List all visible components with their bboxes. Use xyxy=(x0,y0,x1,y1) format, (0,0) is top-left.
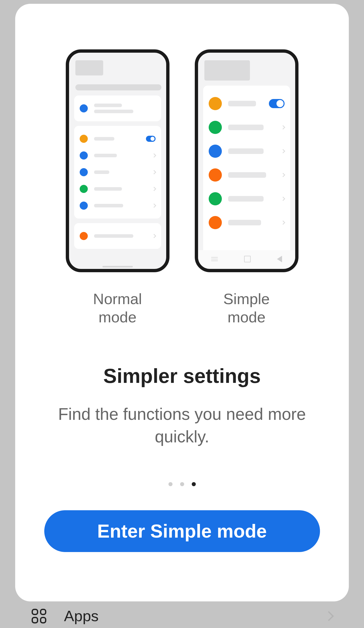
dot-icon xyxy=(80,151,88,160)
page-dot-3[interactable] xyxy=(192,482,196,486)
page-dot-1[interactable] xyxy=(168,482,173,486)
chevron-right-icon xyxy=(152,170,156,174)
dot-icon xyxy=(80,135,88,143)
toggle-icon xyxy=(146,136,156,142)
dot-icon xyxy=(209,192,222,205)
dot-icon xyxy=(209,216,222,229)
page-dot-2[interactable] xyxy=(180,482,184,486)
chevron-right-icon xyxy=(281,173,285,177)
dot-icon xyxy=(80,232,88,240)
phones-illustration: Normal mode xyxy=(66,49,298,326)
simple-mode-onboarding-modal: Normal mode xyxy=(15,4,349,601)
chevron-right-icon xyxy=(281,149,285,153)
chevron-right-icon xyxy=(152,204,156,208)
onboarding-subheading: Find the functions you need more quickly… xyxy=(38,403,326,448)
settings-row-apps[interactable]: Apps xyxy=(11,604,353,628)
chevron-right-icon xyxy=(281,221,285,225)
settings-row-label: Apps xyxy=(64,607,99,625)
page-indicator[interactable] xyxy=(168,482,196,486)
chevron-right-icon xyxy=(152,234,156,238)
home-icon xyxy=(244,256,251,262)
chevron-right-icon xyxy=(152,153,156,158)
toggle-icon xyxy=(269,99,285,108)
dot-icon xyxy=(80,185,88,193)
phone-normal-mode: Normal mode xyxy=(66,49,169,326)
dot-icon xyxy=(80,202,88,210)
phone-frame-normal xyxy=(66,49,169,272)
apps-grid-icon xyxy=(32,609,46,623)
dot-icon xyxy=(209,168,222,182)
phone-frame-simple xyxy=(195,49,298,272)
chevron-right-icon xyxy=(281,125,285,130)
back-icon xyxy=(277,256,282,262)
dot-icon xyxy=(209,97,222,110)
phone-label-simple: Simple mode xyxy=(223,290,270,326)
chevron-right-icon xyxy=(324,611,334,621)
recents-icon xyxy=(211,257,218,261)
dot-icon xyxy=(80,168,88,176)
onboarding-heading: Simpler settings xyxy=(103,364,261,388)
dot-icon xyxy=(80,104,88,112)
phone-label-normal: Normal mode xyxy=(93,290,142,326)
chevron-right-icon xyxy=(152,187,156,191)
enter-simple-mode-button[interactable]: Enter Simple mode xyxy=(44,510,320,552)
dot-icon xyxy=(209,145,222,158)
android-nav-bar xyxy=(198,250,295,268)
chevron-right-icon xyxy=(281,197,285,201)
dot-icon xyxy=(209,121,222,134)
phone-simple-mode: Simple mode xyxy=(195,49,298,326)
